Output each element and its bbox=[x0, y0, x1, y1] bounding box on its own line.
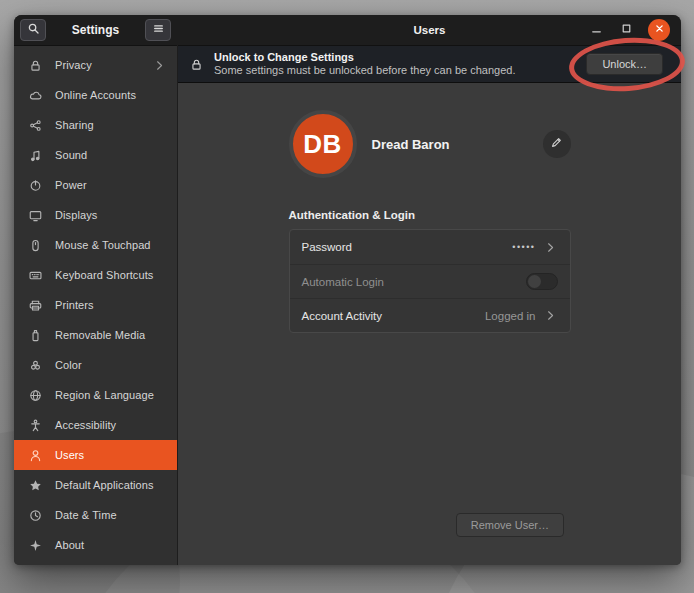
sidebar-item-label: Printers bbox=[55, 299, 167, 311]
mouse-icon bbox=[27, 237, 43, 253]
app-title: Settings bbox=[46, 23, 145, 37]
sidebar-item-label: Displays bbox=[55, 209, 167, 221]
share-icon bbox=[27, 117, 43, 133]
edit-name-button[interactable] bbox=[543, 130, 571, 158]
password-row[interactable]: Password ••••• bbox=[290, 230, 570, 264]
sidebar: Settings PrivacyOnline AccountsSharingSo… bbox=[14, 15, 178, 565]
unlock-banner: Unlock to Change Settings Some settings … bbox=[178, 46, 681, 83]
minimize-button[interactable] bbox=[588, 22, 604, 38]
sidebar-item-label: Mouse & Touchpad bbox=[55, 239, 167, 251]
sidebar-item-label: Online Accounts bbox=[55, 89, 167, 101]
music-note-icon bbox=[27, 147, 43, 163]
color-drops-icon bbox=[27, 357, 43, 373]
chevron-right-icon bbox=[543, 240, 558, 255]
chevron-right-icon bbox=[152, 58, 167, 73]
search-button[interactable] bbox=[20, 19, 46, 41]
banner-subtitle: Some settings must be unlocked before th… bbox=[214, 64, 515, 77]
sidebar-item-label: Color bbox=[55, 359, 167, 371]
four-point-star-icon bbox=[27, 537, 43, 553]
automatic-login-label: Automatic Login bbox=[302, 276, 384, 288]
accessibility-person-icon bbox=[27, 417, 43, 433]
lock-icon bbox=[27, 57, 43, 73]
maximize-button[interactable] bbox=[618, 22, 634, 38]
sidebar-item-label: Removable Media bbox=[55, 329, 167, 341]
sidebar-nav: PrivacyOnline AccountsSharingSoundPowerD… bbox=[14, 46, 177, 565]
minimize-icon bbox=[589, 21, 604, 40]
password-label: Password bbox=[302, 241, 353, 253]
hamburger-menu-icon bbox=[151, 21, 166, 40]
sidebar-item-power[interactable]: Power bbox=[14, 170, 177, 200]
search-icon bbox=[26, 21, 41, 40]
account-activity-row[interactable]: Account Activity Logged in bbox=[290, 298, 570, 332]
sidebar-item-about[interactable]: About bbox=[14, 530, 177, 560]
sidebar-item-printers[interactable]: Printers bbox=[14, 290, 177, 320]
unlock-button[interactable]: Unlock… bbox=[586, 53, 663, 75]
sidebar-item-label: Accessibility bbox=[55, 419, 167, 431]
avatar[interactable]: DB bbox=[289, 110, 357, 178]
sidebar-item-sharing[interactable]: Sharing bbox=[14, 110, 177, 140]
banner-text: Unlock to Change Settings Some settings … bbox=[214, 51, 515, 77]
chevron-right-icon bbox=[543, 308, 558, 323]
sidebar-item-keyboard-shortcuts[interactable]: Keyboard Shortcuts bbox=[14, 260, 177, 290]
power-icon bbox=[27, 177, 43, 193]
automatic-login-row: Automatic Login bbox=[290, 264, 570, 298]
titlebar: Users bbox=[178, 15, 681, 46]
sidebar-item-label: Users bbox=[55, 449, 167, 461]
sidebar-header: Settings bbox=[14, 15, 177, 46]
sidebar-item-region-language[interactable]: Region & Language bbox=[14, 380, 177, 410]
automatic-login-toggle[interactable] bbox=[526, 273, 558, 290]
window-controls bbox=[588, 19, 681, 41]
sidebar-item-label: Keyboard Shortcuts bbox=[55, 269, 167, 281]
sidebar-item-label: Sharing bbox=[55, 119, 167, 131]
sidebar-item-color[interactable]: Color bbox=[14, 350, 177, 380]
lock-icon bbox=[189, 57, 204, 72]
maximize-icon bbox=[619, 21, 634, 40]
banner-title: Unlock to Change Settings bbox=[214, 51, 515, 64]
sidebar-item-mouse-touchpad[interactable]: Mouse & Touchpad bbox=[14, 230, 177, 260]
star-icon bbox=[27, 477, 43, 493]
avatar-initials: DB bbox=[303, 129, 342, 160]
settings-window: Settings PrivacyOnline AccountsSharingSo… bbox=[14, 15, 681, 565]
clock-icon bbox=[27, 507, 43, 523]
sidebar-item-label: Date & Time bbox=[55, 509, 167, 521]
person-icon bbox=[27, 447, 43, 463]
sidebar-item-label: Default Applications bbox=[55, 479, 167, 491]
auth-card: Password ••••• Automatic Login bbox=[289, 229, 571, 333]
sidebar-item-users[interactable]: Users bbox=[14, 440, 177, 470]
users-content: DB Dread Baron Authentication & Login Pa… bbox=[178, 83, 681, 565]
menu-button[interactable] bbox=[145, 19, 171, 41]
usb-drive-icon bbox=[27, 327, 43, 343]
password-value: ••••• bbox=[512, 242, 535, 252]
sidebar-item-label: Power bbox=[55, 179, 167, 191]
sidebar-item-label: Privacy bbox=[55, 59, 152, 71]
printer-icon bbox=[27, 297, 43, 313]
remove-user-button[interactable]: Remove User… bbox=[456, 513, 564, 537]
display-icon bbox=[27, 207, 43, 223]
close-button[interactable] bbox=[648, 19, 670, 41]
sidebar-item-accessibility[interactable]: Accessibility bbox=[14, 410, 177, 440]
close-icon bbox=[652, 21, 667, 40]
keyboard-icon bbox=[27, 267, 43, 283]
pencil-icon bbox=[549, 135, 564, 154]
sidebar-item-label: Region & Language bbox=[55, 389, 167, 401]
sidebar-item-sound[interactable]: Sound bbox=[14, 140, 177, 170]
cloud-icon bbox=[27, 87, 43, 103]
desktop-background: Settings PrivacyOnline AccountsSharingSo… bbox=[0, 0, 694, 593]
user-header: DB Dread Baron bbox=[289, 110, 571, 178]
sidebar-item-displays[interactable]: Displays bbox=[14, 200, 177, 230]
sidebar-item-date-time[interactable]: Date & Time bbox=[14, 500, 177, 530]
section-title: Authentication & Login bbox=[289, 209, 571, 221]
sidebar-item-removable-media[interactable]: Removable Media bbox=[14, 320, 177, 350]
sidebar-item-label: Sound bbox=[55, 149, 167, 161]
user-name: Dread Baron bbox=[372, 137, 450, 152]
sidebar-item-online-accounts[interactable]: Online Accounts bbox=[14, 80, 177, 110]
account-activity-label: Account Activity bbox=[302, 310, 383, 322]
main-panel: Users Unlock to Change Settings bbox=[178, 15, 681, 565]
globe-icon bbox=[27, 387, 43, 403]
sidebar-item-default-applications[interactable]: Default Applications bbox=[14, 470, 177, 500]
sidebar-item-privacy[interactable]: Privacy bbox=[14, 50, 177, 80]
account-activity-value: Logged in bbox=[485, 310, 536, 322]
sidebar-item-label: About bbox=[55, 539, 167, 551]
toggle-knob bbox=[528, 275, 541, 288]
